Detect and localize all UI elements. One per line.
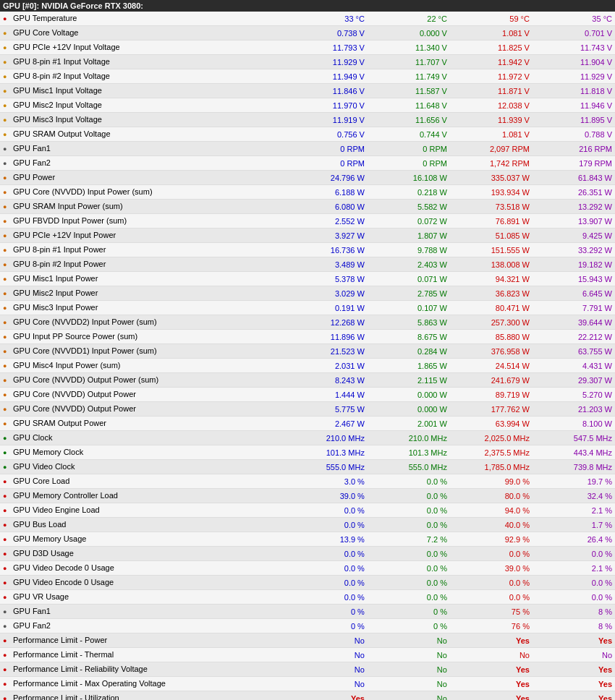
row-label: ●GPU D3D Usage bbox=[0, 547, 285, 561]
row-label: ●GPU 8-pin #2 Input Power bbox=[0, 257, 285, 272]
row-value: 0.0 % bbox=[285, 547, 368, 561]
table-row: ●GPU D3D Usage0.0 %0.0 %0.0 %0.0 % bbox=[0, 547, 615, 561]
row-value: 16.108 W bbox=[368, 171, 450, 185]
row-value: 0.0 % bbox=[368, 518, 450, 532]
table-row: ●GPU Fan20 %0 %76 %8 % bbox=[0, 619, 615, 633]
power-icon: ● bbox=[3, 302, 13, 314]
row-value: 3.489 W bbox=[285, 257, 368, 272]
row-value: 59 °C bbox=[450, 12, 533, 26]
row-label: ●GPU Misc1 Input Power bbox=[0, 272, 285, 286]
power-icon: ● bbox=[3, 244, 13, 256]
row-value: 0 % bbox=[368, 605, 450, 619]
row-label: ●GPU Misc1 Input Voltage bbox=[0, 84, 285, 98]
label-text: GPU Misc1 Input Voltage bbox=[13, 86, 102, 95]
row-value: 0 % bbox=[285, 619, 368, 633]
row-value: 11.942 V bbox=[450, 55, 533, 69]
row-value: 3.029 W bbox=[285, 286, 368, 301]
table-row: ●GPU VR Usage0.0 %0.0 %0.0 %0.0 % bbox=[0, 590, 615, 605]
label-text: GPU Misc2 Input Voltage bbox=[13, 101, 102, 109]
row-value: 85.880 W bbox=[450, 330, 533, 344]
label-text: GPU Fan1 bbox=[13, 144, 51, 153]
row-value: 376.958 W bbox=[450, 344, 533, 359]
row-value: No bbox=[368, 633, 450, 648]
row-value: No bbox=[368, 648, 450, 662]
row-value: 0.0 % bbox=[533, 590, 615, 605]
label-text: GPU Fan2 bbox=[13, 158, 51, 167]
row-label: ●GPU SRAM Output Power bbox=[0, 417, 285, 431]
volt-icon: ● bbox=[3, 100, 13, 111]
row-label: ●GPU Video Engine Load bbox=[0, 503, 285, 518]
table-row: ●GPU Core Load3.0 %0.0 %99.0 %19.7 % bbox=[0, 474, 615, 489]
table-row: ●GPU FBVDD Input Power (sum)2.552 W0.072… bbox=[0, 214, 615, 229]
row-value: 11.749 V bbox=[368, 69, 450, 84]
power-icon: ● bbox=[3, 201, 13, 213]
row-value: 739.8 MHz bbox=[533, 460, 615, 474]
row-value: 0.000 W bbox=[368, 388, 450, 402]
power-icon: ● bbox=[3, 418, 13, 430]
load-icon: ● bbox=[3, 490, 13, 502]
volt-icon: ● bbox=[3, 129, 13, 140]
row-value: 13.9 % bbox=[285, 532, 368, 547]
row-value: 1.7 % bbox=[533, 518, 615, 532]
row-value: 11.825 V bbox=[450, 40, 533, 55]
row-value: No bbox=[285, 633, 368, 648]
row-value: 11.587 V bbox=[368, 84, 450, 98]
table-row: ●GPU Misc2 Input Voltage11.970 V11.648 V… bbox=[0, 98, 615, 113]
row-value: 0.000 V bbox=[368, 26, 450, 40]
row-value: 0.744 V bbox=[368, 127, 450, 142]
row-label: ●GPU 8-pin #2 Input Voltage bbox=[0, 69, 285, 84]
table-row: ●GPU Core (NVVDD2) Input Power (sum)12.2… bbox=[0, 315, 615, 330]
row-value: Yes bbox=[533, 662, 615, 677]
row-value: 76 % bbox=[450, 619, 533, 633]
row-label: ●GPU PCIe +12V Input Voltage bbox=[0, 40, 285, 55]
label-text: GPU SRAM Output Voltage bbox=[13, 129, 111, 138]
row-value: 179 RPM bbox=[533, 156, 615, 171]
usage-icon: ● bbox=[3, 534, 13, 545]
table-row: ●GPU Core (NVVDD1) Input Power (sum)21.5… bbox=[0, 344, 615, 359]
row-value: 0.701 V bbox=[533, 26, 615, 40]
row-value: 335.037 W bbox=[450, 171, 533, 185]
row-value: 4.431 W bbox=[533, 359, 615, 373]
table-row: ●GPU PCIe +12V Input Voltage11.793 V11.3… bbox=[0, 40, 615, 55]
row-label: ●GPU Fan2 bbox=[0, 156, 285, 171]
power-icon: ● bbox=[3, 273, 13, 285]
row-label: ●GPU FBVDD Input Power (sum) bbox=[0, 214, 285, 229]
row-value: 0.0 % bbox=[285, 576, 368, 590]
table-row: ●GPU Core (NVVDD) Output Power1.444 W0.0… bbox=[0, 388, 615, 402]
row-value: 92.9 % bbox=[450, 532, 533, 547]
row-value: 21.203 W bbox=[533, 402, 615, 417]
table-row: ●GPU Clock210.0 MHz210.0 MHz2,025.0 MHz5… bbox=[0, 431, 615, 445]
power-icon: ● bbox=[3, 172, 13, 184]
row-value: 1.807 W bbox=[368, 229, 450, 243]
usage-icon: ● bbox=[3, 563, 13, 574]
row-value: No bbox=[368, 691, 450, 701]
row-value: 101.3 MHz bbox=[368, 445, 450, 460]
row-value: 0.107 W bbox=[368, 301, 450, 315]
row-value: 2.1 % bbox=[533, 503, 615, 518]
row-value: 138.008 W bbox=[450, 257, 533, 272]
table-row: ●GPU Input PP Source Power (sum)11.896 W… bbox=[0, 330, 615, 344]
header-title: GPU [#0]: NVIDIA GeForce RTX 3080: bbox=[3, 1, 143, 10]
row-label: ●GPU Misc3 Input Power bbox=[0, 301, 285, 315]
label-text: GPU Core (NVVDD) Input Power (sum) bbox=[13, 187, 153, 196]
table-row: ●GPU Misc1 Input Power5.378 W0.071 W94.3… bbox=[0, 272, 615, 286]
row-value: 7.791 W bbox=[533, 301, 615, 315]
table-row: ●GPU SRAM Input Power (sum)6.080 W5.582 … bbox=[0, 200, 615, 214]
label-text: Performance Limit - Utilization bbox=[13, 693, 119, 700]
row-value: 11.904 V bbox=[533, 55, 615, 69]
row-label: ●GPU Core (NVVDD) Output Power (sum) bbox=[0, 373, 285, 388]
fan-icon: ● bbox=[3, 158, 13, 169]
clock-icon: ● bbox=[3, 447, 13, 458]
row-value: 5.378 W bbox=[285, 272, 368, 286]
row-value: 0.072 W bbox=[368, 214, 450, 229]
table-row: ●GPU 8-pin #1 Input Power16.736 W9.788 W… bbox=[0, 243, 615, 257]
row-value: 2.552 W bbox=[285, 214, 368, 229]
row-value: 555.0 MHz bbox=[285, 460, 368, 474]
row-value: 2.1 % bbox=[533, 561, 615, 576]
row-value: 33.292 W bbox=[533, 243, 615, 257]
row-label: ●GPU Misc4 Input Power (sum) bbox=[0, 359, 285, 373]
label-text: GPU Temperature bbox=[13, 14, 77, 22]
row-label: ●GPU Fan1 bbox=[0, 142, 285, 156]
row-value: 5.582 W bbox=[368, 200, 450, 214]
row-value: 63.994 W bbox=[450, 417, 533, 431]
